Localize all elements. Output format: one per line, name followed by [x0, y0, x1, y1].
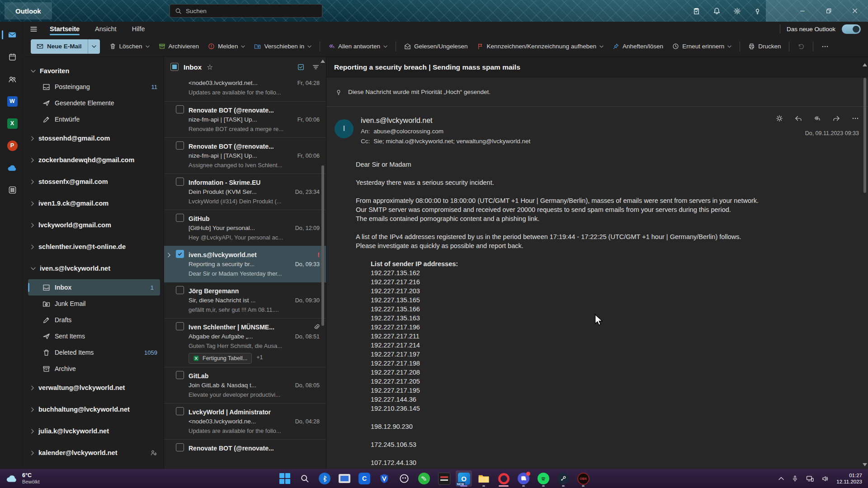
sidebar-item-gesendete[interactable]: Gesendete Elemente [24, 95, 164, 111]
reply-icon[interactable] [795, 115, 802, 122]
message-row-selected[interactable]: iven.s@lvckyworld.net!Reporting a securi… [164, 246, 326, 282]
maximize-button[interactable] [816, 0, 842, 22]
taskbar-voicemeeter-icon[interactable] [436, 470, 452, 487]
message-checkbox-checked[interactable] [176, 250, 184, 258]
read-unread-button[interactable]: Gelesen/Ungelesen [400, 39, 472, 54]
folder-item-junk[interactable]: Junk Email [24, 296, 164, 312]
tray-microphone-icon[interactable] [792, 475, 798, 482]
taskbar-search-button[interactable] [297, 470, 313, 487]
forward-icon[interactable] [833, 115, 840, 122]
archive-button[interactable]: Archivieren [155, 39, 203, 54]
message-checkbox[interactable] [176, 322, 184, 330]
move-to-button[interactable]: Verschieben in [250, 39, 316, 54]
reading-scrollbar[interactable] [862, 62, 868, 466]
account-row[interactable]: schlenther.iven@t-online.de [24, 236, 164, 258]
account-row[interactable]: stossenhd@gmail.com [24, 127, 164, 149]
tray-cast-screen-icon[interactable] [806, 475, 814, 482]
tray-clock[interactable]: 01:27 12.11.2023 [836, 472, 862, 485]
taskbar-opera-icon[interactable] [495, 470, 512, 487]
print-button[interactable]: Drucken [744, 39, 785, 54]
taskbar-spotify-icon[interactable] [535, 470, 552, 487]
sidebar-item-posteingang[interactable]: Posteingang11 [24, 79, 164, 95]
search-input[interactable]: Suchen [170, 4, 322, 18]
new-mail-dropdown[interactable] [88, 39, 100, 54]
taskbar-file-explorer-icon[interactable] [476, 470, 492, 487]
folder-item-sent[interactable]: Sent Items [24, 328, 164, 344]
close-button[interactable] [842, 0, 868, 22]
taskbar-windows-start-button[interactable] [277, 470, 293, 487]
rail-people-icon[interactable] [0, 73, 24, 85]
tab-hilfe[interactable]: Hilfe [132, 22, 145, 36]
scroll-up-icon[interactable] [321, 60, 325, 63]
message-row[interactable]: Information - Skrime.EUDein Produkt (KVM… [164, 174, 326, 210]
message-row[interactable]: Iven Schlenther | MÜNSME...Abgabe der Au… [164, 318, 326, 367]
message-row[interactable]: Renovate BOT (@renovate... [164, 439, 326, 469]
todo-icon[interactable] [693, 7, 700, 15]
filter-icon[interactable] [312, 63, 320, 71]
folder-item-drafts[interactable]: Drafts [24, 312, 164, 328]
attachment-more-count[interactable]: +1 [256, 354, 263, 361]
message-row[interactable]: Jörg BergemannSir, diese Nachricht ist .… [164, 282, 326, 318]
folder-item-deleted[interactable]: Deleted Items1059 [24, 344, 164, 361]
cc-recipients[interactable]: Sie; michal.o@lvckyworld.net; verwaltung… [373, 138, 530, 145]
weather-widget[interactable]: 6°CBewölkt [0, 472, 40, 485]
expander-chevron-icon[interactable] [167, 253, 171, 258]
rail-onedrive-icon[interactable] [0, 162, 24, 174]
account-row[interactable]: verwaltung@lvckyworld.net [24, 377, 164, 399]
taskbar-outlook-button-active[interactable]: ONEW [456, 470, 472, 487]
account-row[interactable]: kalender@lvckyworld.net [24, 442, 164, 464]
message-row[interactable]: GitLabJoin GitLab & Nasdaq t...Do, 08:05… [164, 367, 326, 403]
rail-word-icon[interactable]: W [0, 95, 24, 107]
taskbar-whatsapp-icon[interactable] [416, 470, 432, 487]
account-row-expanded[interactable]: iven.s@lvckyworld.net [24, 258, 164, 279]
rail-excel-icon[interactable]: X [0, 117, 24, 129]
tips-lightbulb-icon[interactable] [754, 7, 761, 15]
folder-item-archive[interactable]: Archive [24, 361, 164, 377]
scroll-down-icon[interactable] [863, 463, 867, 466]
message-checkbox[interactable] [176, 178, 184, 186]
account-row[interactable]: lvckyworld@gmail.com [24, 214, 164, 236]
message-row[interactable]: Renovate BOT (@renovate...nize-fm-api | … [164, 101, 326, 137]
message-checkbox[interactable] [176, 141, 184, 150]
reply-all-icon[interactable] [814, 115, 821, 122]
message-row[interactable]: Renovate BOT (@renovate...nize-fm-api | … [164, 137, 326, 174]
undo-button[interactable] [793, 39, 809, 54]
account-row[interactable]: stossenfx@gmail.com [24, 171, 164, 192]
message-list-scroll[interactable]: <node03.lvckyworld.net...Fr, 04:28Update… [164, 77, 326, 469]
taskbar-discord-icon[interactable] [515, 470, 532, 487]
hamburger-menu-icon[interactable] [30, 25, 38, 33]
snooze-button[interactable]: Erneut erinnern [668, 39, 736, 54]
sidebar-item-entwuerfe[interactable]: Entwürfe [24, 111, 164, 127]
flag-button[interactable]: Kennzeichnen/Kennzeichnung aufheben [473, 39, 608, 54]
delete-button[interactable]: Löschen [105, 39, 154, 54]
taskbar-c-app-icon[interactable]: C [356, 470, 373, 487]
scrollbar-thumb[interactable] [863, 78, 866, 193]
scroll-up-icon[interactable] [863, 63, 867, 66]
taskbar-obs-icon[interactable]: OBN [575, 470, 591, 487]
message-checkbox[interactable] [176, 371, 184, 379]
more-options-button[interactable] [817, 39, 833, 54]
star-icon[interactable]: ☆ [207, 63, 213, 71]
account-row[interactable]: buchhaltung@lvckyworld.net [24, 399, 164, 420]
message-row[interactable]: <node03.lvckyworld.net...Fr, 04:28Update… [164, 77, 326, 101]
more-actions-icon[interactable] [852, 115, 859, 122]
tab-startseite[interactable]: Startseite [50, 22, 80, 36]
list-scrollbar[interactable] [321, 59, 325, 467]
tray-chevron-up-icon[interactable] [778, 477, 784, 480]
taskbar-bluetooth-icon[interactable] [316, 470, 333, 487]
select-all-checkbox[interactable] [170, 63, 179, 71]
new-outlook-toggle[interactable] [842, 24, 861, 34]
message-row[interactable]: LvckyWorld | Administrator<node03.lvckyw… [164, 403, 326, 439]
taskbar-steam-icon[interactable] [555, 470, 571, 487]
message-row[interactable]: GitHub[GitHub] Your personal...Do, 12:09… [164, 210, 326, 246]
tray-volume-icon[interactable] [821, 475, 829, 482]
brightness-sun-icon[interactable] [776, 115, 783, 122]
tab-ansicht[interactable]: Ansicht [95, 22, 117, 36]
settings-gear-icon[interactable] [733, 7, 741, 15]
pin-button[interactable]: Anheften/lösen [609, 39, 667, 54]
message-checkbox[interactable] [176, 105, 184, 113]
rail-powerpoint-icon[interactable]: P [0, 140, 24, 151]
selection-mode-icon[interactable] [297, 63, 305, 71]
notifications-bell-icon[interactable] [713, 7, 721, 15]
sender-avatar[interactable]: I [335, 119, 354, 138]
